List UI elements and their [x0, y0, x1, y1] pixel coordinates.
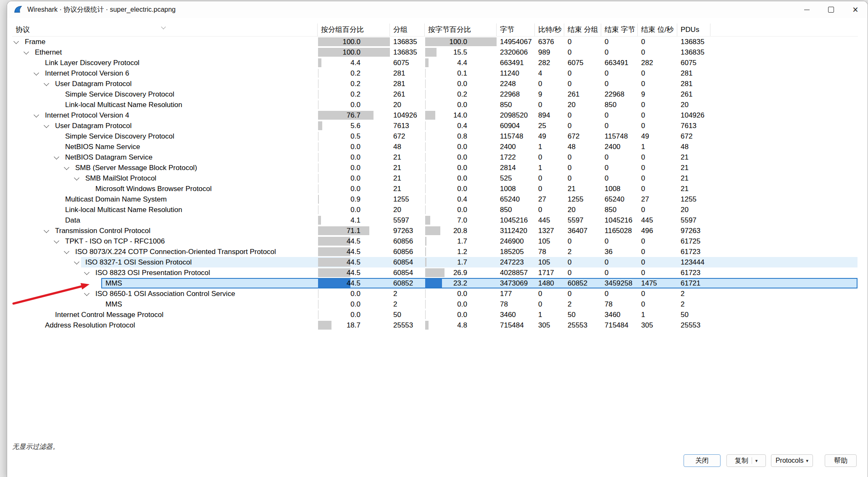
percent-bar [318, 79, 318, 88]
close-window-button[interactable]: × [843, 1, 868, 18]
percent-value: 0.0 [457, 79, 467, 89]
column-header-end-bits-per-s[interactable]: 结束 位/秒 [638, 24, 677, 36]
expander-chevron-down-icon[interactable] [34, 70, 39, 76]
protocol-row-link-local-multicast-name-resolution[interactable]: Link-local Multicast Name Resolution0.02… [12, 100, 858, 110]
expander-chevron-down-icon[interactable] [24, 49, 29, 55]
protocol-row-microsoft-windows-browser-protocol[interactable]: Microsoft Windows Browser Protocol0.0210… [12, 183, 858, 194]
percent-value: 0.0 [350, 173, 360, 183]
cell-ep: 0 [564, 68, 601, 79]
protocol-row-data[interactable]: Data4.155977.010452164455597104521644555… [12, 215, 858, 225]
protocol-row-frame[interactable]: Frame100.0136835100.01495406763760001368… [12, 37, 858, 47]
expander-chevron-down-icon[interactable] [64, 165, 69, 170]
protocol-row-user-datagram-protocol[interactable]: User Datagram Protocol5.676130.460904250… [12, 121, 858, 131]
cell-by: 65240 [497, 194, 535, 204]
protocol-row-ethernet[interactable]: Ethernet100.013683515.523206069890001368… [12, 47, 858, 58]
column-header-percent-packets[interactable]: 按分组百分比 [318, 24, 390, 36]
column-header-bytes[interactable]: 字节 [497, 24, 535, 36]
expander-chevron-down-icon[interactable] [44, 123, 49, 128]
expander-chevron-down-icon[interactable] [44, 81, 49, 86]
expander-chevron-down-icon[interactable] [84, 291, 89, 296]
expander-chevron-down-icon[interactable] [34, 112, 39, 118]
protocols-dropdown-button[interactable]: Protocols ▾ [771, 454, 813, 467]
column-header-percent-bytes[interactable]: 按字节百分比 [425, 24, 497, 36]
protocol-row-iso-8073-x-224-cotp-connection-oriented-transport-protocol[interactable]: ISO 8073/X.224 COTP Connection-Oriented … [12, 246, 858, 257]
maximize-button[interactable] [819, 1, 843, 18]
protocol-name: Data [65, 215, 80, 225]
protocol-row-internet-protocol-version-4[interactable]: Internet Protocol Version 476.710492614.… [12, 110, 858, 121]
help-button[interactable]: 帮助 [825, 454, 857, 467]
percent-value: 4.4 [350, 58, 360, 68]
column-header-pdus[interactable]: PDUs [677, 24, 710, 36]
expander-chevron-down-icon[interactable] [54, 154, 59, 160]
row-filler [710, 131, 858, 142]
protocol-row-simple-service-discovery-protocol[interactable]: Simple Service Discovery Protocol0.56720… [12, 131, 858, 142]
row-filler [710, 37, 858, 47]
percent-bar [425, 321, 429, 330]
cell-es: 0 [638, 37, 677, 47]
percent-bar [425, 226, 440, 235]
protocol-row-iso-8650-1-osi-association-control-service[interactable]: ISO 8650-1 OSI Association Control Servi… [12, 288, 858, 299]
cell-pb: 0.2 [425, 89, 497, 100]
protocol-row-link-local-multicast-name-resolution[interactable]: Link-local Multicast Name Resolution0.02… [12, 204, 858, 215]
cell-ep: 0 [564, 152, 601, 162]
expander-chevron-down-icon[interactable] [64, 249, 69, 254]
protocol-name: NetBIOS Name Service [65, 142, 140, 152]
protocol-name: User Datagram Protocol [55, 121, 132, 131]
protocol-row-internet-control-message-protocol[interactable]: Internet Control Message Protocol0.0500.… [12, 309, 858, 320]
protocol-row-smb-mailslot-protocol[interactable]: SMB MailSlot Protocol0.0210.0525000021 [12, 173, 858, 183]
cell-bs: 27 [535, 194, 564, 204]
column-header-bits-per-s[interactable]: 比特/秒 [535, 24, 564, 36]
cell-pk: 60856 [390, 246, 425, 257]
cell-eb: 850 [601, 204, 638, 215]
column-header-end-bytes[interactable]: 结束 字节 [601, 24, 638, 36]
expander-chevron-down-icon[interactable] [74, 175, 79, 181]
expander-chevron-down-icon[interactable] [84, 270, 89, 275]
cell-bs: 1 [535, 309, 564, 320]
cell-pp: 18.7 [318, 320, 390, 330]
cell-bs: 1 [535, 162, 564, 173]
protocol-row-simple-service-discovery-protocol[interactable]: Simple Service Discovery Protocol0.22610… [12, 89, 858, 100]
protocol-row-mms[interactable]: MMS44.56085223.2347306914806085234592581… [12, 278, 858, 288]
column-header-end-packets[interactable]: 结束 分组 [564, 24, 601, 36]
cell-es: 0 [638, 47, 677, 58]
cell-es: 0 [638, 204, 677, 215]
protocol-name-cell: Microsoft Windows Browser Protocol [12, 183, 318, 194]
protocol-row-transmission-control-protocol[interactable]: Transmission Control Protocol71.19726320… [12, 225, 858, 236]
minimize-button[interactable] [794, 1, 819, 18]
protocol-row-smb-server-message-block-protocol[interactable]: SMB (Server Message Block Protocol)0.021… [12, 162, 858, 173]
protocol-row-iso-8327-1-osi-session-protocol[interactable]: ISO 8327-1 OSI Session Protocol44.560854… [12, 257, 858, 267]
protocol-row-link-layer-discovery-protocol[interactable]: Link Layer Discovery Protocol4.460754.46… [12, 58, 858, 68]
percent-value: 100.0 [449, 37, 467, 47]
column-header-packets[interactable]: 分组 [390, 24, 425, 36]
protocol-row-multicast-domain-name-system[interactable]: Multicast Domain Name System0.912550.465… [12, 194, 858, 204]
copy-button[interactable]: 复制 ▾ [726, 454, 766, 467]
protocol-name-cell: MMS [12, 299, 318, 309]
percent-value: 0.0 [457, 309, 467, 320]
protocol-row-internet-protocol-version-6[interactable]: Internet Protocol Version 60.22810.11124… [12, 68, 858, 79]
cell-pk: 20 [390, 100, 425, 110]
percent-value: 0.2 [350, 68, 360, 79]
close-dialog-button[interactable]: 关闭 [684, 454, 721, 467]
percent-bar [318, 226, 369, 235]
protocol-row-user-datagram-protocol[interactable]: User Datagram Protocol0.22810.0224800002… [12, 79, 858, 89]
percent-value: 0.2 [350, 89, 360, 100]
expander-chevron-down-icon[interactable] [13, 39, 19, 44]
cell-eb: 115748 [601, 131, 638, 142]
expander-chevron-down-icon[interactable] [54, 238, 59, 244]
cell-bs: 0 [535, 173, 564, 183]
percent-value: 0.0 [350, 183, 360, 194]
protocol-row-mms[interactable]: MMS0.020.078027802 [12, 299, 858, 309]
protocol-name: SMB MailSlot Protocol [85, 173, 156, 183]
expander-chevron-down-icon[interactable] [44, 228, 49, 233]
cell-pb: 0.0 [425, 204, 497, 215]
protocol-row-netbios-datagram-service[interactable]: NetBIOS Datagram Service0.0210.017220000… [12, 152, 858, 162]
protocol-row-tpkt-iso-on-tcp-rfc1006[interactable]: TPKT - ISO on TCP - RFC100644.5608561.72… [12, 236, 858, 246]
protocol-row-netbios-name-service[interactable]: NetBIOS Name Service0.0480.0240014824001… [12, 142, 858, 152]
protocol-row-address-resolution-protocol[interactable]: Address Resolution Protocol18.7255534.87… [12, 320, 858, 330]
column-header-protocol[interactable]: 协议 [12, 24, 318, 36]
cell-es: 0 [638, 288, 677, 299]
protocol-row-iso-8823-osi-presentation-protocol[interactable]: ISO 8823 OSI Presentation Protocol44.560… [12, 267, 858, 278]
percent-value: 44.5 [347, 267, 360, 278]
expander-chevron-down-icon[interactable] [74, 259, 79, 265]
cell-pb: 0.0 [425, 100, 497, 110]
